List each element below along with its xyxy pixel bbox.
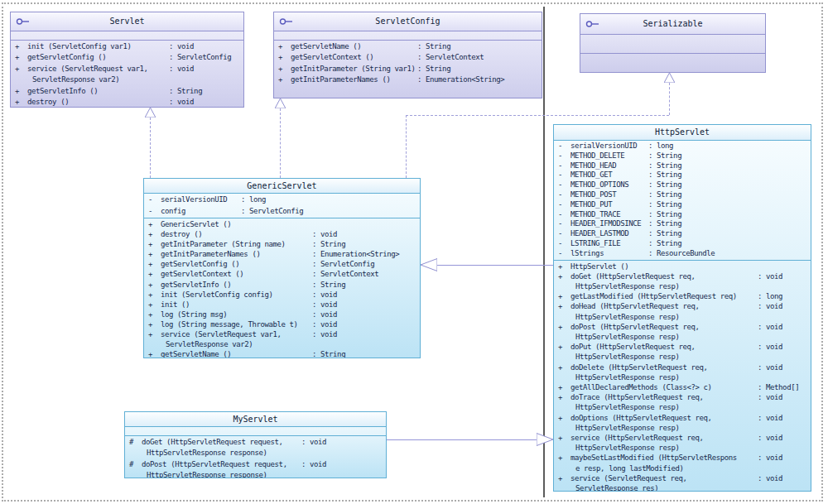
visibility-marker: + xyxy=(558,362,570,372)
member-signature: init (ServletConfig config) xyxy=(161,290,312,300)
member-signature: init () xyxy=(161,300,312,310)
attribute-row: -serialVersionUID: long xyxy=(558,142,809,151)
attributes-compartment xyxy=(580,35,765,53)
visibility-marker: + xyxy=(148,349,161,358)
method-row: +service (ServletRequest req,ServletResp… xyxy=(558,473,809,491)
member-type: : String xyxy=(648,180,809,190)
method-row: +GenericServlet () xyxy=(148,219,418,229)
attribute-row: -HEADER_LASTMOD: String xyxy=(558,229,809,239)
member-type: : void xyxy=(312,300,418,310)
class-title: Servlet xyxy=(11,12,243,31)
class-box-servletconfig[interactable]: ServletConfig +getServletName (): String… xyxy=(273,12,542,98)
method-row: +getServletName (): String xyxy=(278,41,540,52)
method-row: +service (HttpServletRequest req,HttpSer… xyxy=(558,433,809,453)
member-signature: doPut (HttpServletRequest req,HttpServle… xyxy=(570,342,758,362)
member-type: : void xyxy=(169,41,242,52)
member-signature: getAllDeclaredMethods (Class<?> c) xyxy=(570,382,758,392)
class-name-label: GenericServlet xyxy=(247,181,316,190)
member-type: : String xyxy=(312,280,418,290)
visibility-marker: + xyxy=(148,219,161,229)
member-signature: getServletName () xyxy=(291,41,417,52)
class-title: Serializable xyxy=(580,14,765,35)
member-signature: getServletConfig () xyxy=(161,259,312,269)
attribute-row: -METHOD_TRACE: String xyxy=(558,210,809,220)
visibility-marker: + xyxy=(558,271,570,281)
member-type: : String xyxy=(648,200,809,210)
visibility-marker: - xyxy=(558,190,570,200)
member-type: : String xyxy=(648,190,809,200)
member-type: : String xyxy=(417,64,540,74)
visibility-marker: - xyxy=(558,239,570,249)
member-signature: getInitParameter (String name) xyxy=(161,239,312,249)
interface-lollipop-icon xyxy=(585,20,600,28)
member-type: : void xyxy=(758,453,809,463)
class-box-httpservlet[interactable]: HttpServlet -serialVersionUID: long-METH… xyxy=(553,124,811,492)
class-name-label: Serializable xyxy=(643,19,702,28)
member-type: : long xyxy=(758,291,809,301)
method-row: +init (ServletConfig config): void xyxy=(148,290,418,300)
visibility-marker: + xyxy=(278,41,291,52)
realization-dashed-line xyxy=(150,118,151,178)
member-type: : String xyxy=(417,41,540,52)
visibility-marker: + xyxy=(558,433,570,443)
member-signature: doOptions (HttpServletRequest req,HttpSe… xyxy=(570,413,758,433)
method-row: +doHead (HttpServletRequest req,HttpServ… xyxy=(558,301,809,321)
visibility-marker: + xyxy=(15,86,27,97)
member-type: : String xyxy=(648,151,809,161)
member-type: : String xyxy=(648,229,809,239)
method-row: +doPost (HttpServletRequest req,HttpServ… xyxy=(558,322,809,342)
uml-class-diagram-canvas: Servlet +init (ServletConfig var1): void… xyxy=(0,0,828,504)
member-signature: log (String msg) xyxy=(161,310,312,319)
page-divider-line xyxy=(543,7,545,497)
member-type: : void xyxy=(312,329,418,339)
member-type: : void xyxy=(758,392,809,402)
member-signature: doGet (HttpServletRequest request,HttpSe… xyxy=(142,437,301,459)
method-row: +log (String msg): void xyxy=(148,310,418,319)
attributes-compartment: -serialVersionUID: long-config: ServletC… xyxy=(144,194,420,218)
visibility-marker: + xyxy=(558,301,570,311)
method-row: +getServletConfig (): ServletConfig xyxy=(148,259,418,269)
generalization-triangle-icon xyxy=(664,73,675,83)
member-signature: serialVersionUID xyxy=(570,142,648,151)
attributes-compartment xyxy=(274,31,542,40)
method-row: +getInitParameter (String var1): String xyxy=(278,64,540,74)
attribute-row: -HEADER_IFMODSINCE: String xyxy=(558,219,809,229)
member-type: : ServletContext xyxy=(417,52,540,63)
class-title: MyServlet xyxy=(125,412,386,427)
member-type: : void xyxy=(758,362,809,372)
class-box-genericservlet[interactable]: GenericServlet -serialVersionUID: long-c… xyxy=(143,178,421,358)
member-type: : void xyxy=(758,322,809,332)
generalization-triangle-icon xyxy=(275,98,286,108)
visibility-marker: + xyxy=(558,382,570,392)
member-type: : void xyxy=(169,64,242,74)
visibility-marker: - xyxy=(148,194,161,206)
visibility-marker: - xyxy=(558,249,570,259)
method-row: +getServletConfig (): ServletConfig xyxy=(15,52,242,63)
member-type: : long xyxy=(241,194,418,206)
realization-dashed-line xyxy=(280,108,281,178)
class-name-label: ServletConfig xyxy=(375,17,440,26)
method-row: +log (String message, Throwable t): void xyxy=(148,319,418,329)
attributes-compartment xyxy=(11,31,243,40)
method-row: +getInitParameterNames (): Enumeration<S… xyxy=(278,74,540,85)
visibility-marker: - xyxy=(558,229,570,239)
visibility-marker: + xyxy=(558,392,570,402)
class-box-serializable[interactable]: Serializable xyxy=(580,13,766,73)
class-title: ServletConfig xyxy=(274,12,542,31)
interface-lollipop-icon xyxy=(16,17,31,26)
member-signature: METHOD_GET xyxy=(570,170,648,180)
visibility-marker: + xyxy=(15,41,27,52)
member-type: : void xyxy=(312,290,418,300)
member-signature: doDelete (HttpServletRequest req,HttpSer… xyxy=(570,362,758,382)
member-type: : ResourceBundle xyxy=(648,249,809,259)
method-row: +service (ServletRequest var1,ServletRes… xyxy=(15,64,242,86)
class-title: GenericServlet xyxy=(144,179,420,194)
member-type: : void xyxy=(301,437,384,448)
class-box-myservlet[interactable]: MyServlet #doGet (HttpServletRequest req… xyxy=(124,411,387,478)
attribute-row: -METHOD_DELETE: String xyxy=(558,151,809,161)
method-row: +init (): void xyxy=(148,300,418,310)
class-box-servlet[interactable]: Servlet +init (ServletConfig var1): void… xyxy=(10,12,244,108)
member-signature: doPost (HttpServletRequest req,HttpServl… xyxy=(570,322,758,342)
method-row: +getLastModified (HttpServletRequest req… xyxy=(558,291,809,301)
method-row: +getServletContext (): ServletContext xyxy=(148,269,418,279)
